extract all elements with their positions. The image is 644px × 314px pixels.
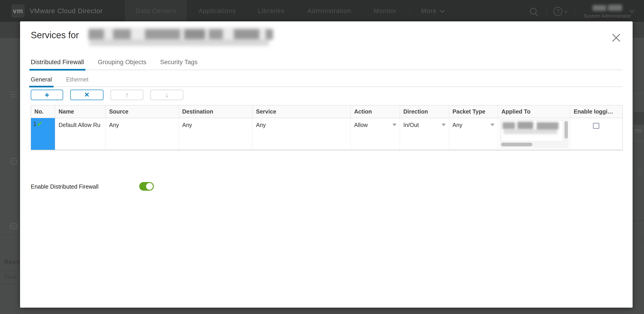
nav-item-administration[interactable]: Administration xyxy=(303,0,356,22)
enable-logging-checkbox[interactable] xyxy=(593,123,599,129)
username-redacted xyxy=(592,4,622,12)
chevron-down-icon xyxy=(638,168,642,172)
rule-number-cell[interactable]: 1✔ xyxy=(31,118,55,150)
move-rule-down-button[interactable]: ↓ xyxy=(150,90,183,100)
chevron-down-icon xyxy=(440,8,445,13)
background-subheader xyxy=(0,22,20,38)
task-column-label-fragment: Task xyxy=(4,274,18,280)
nav-divider xyxy=(409,5,410,16)
divider xyxy=(0,234,20,235)
packet-type-value: Any xyxy=(452,122,462,128)
top-nav: vm VMware Cloud Director Data Centers Ap… xyxy=(0,0,644,22)
divider xyxy=(632,220,644,221)
more-label: More xyxy=(421,7,437,14)
rule-number: 1 xyxy=(33,121,36,127)
enable-distributed-firewall-label: Enable Distributed Firewall xyxy=(31,183,98,190)
network-icon xyxy=(10,158,17,165)
vertical-scrollbar-thumb[interactable] xyxy=(564,121,568,139)
dropdown-caret-icon xyxy=(392,124,396,126)
background-button xyxy=(634,112,644,125)
subtab-ethernet[interactable]: Ethernet xyxy=(66,74,88,87)
delete-rule-button[interactable]: ✕ xyxy=(70,90,104,100)
table-row[interactable]: 1✔ Default Allow Ru Any Any Any Allow In… xyxy=(31,118,622,150)
move-rule-up-button[interactable]: ↑ xyxy=(110,90,143,100)
direction-value: In/Out xyxy=(403,122,419,128)
check-icon: ✔ xyxy=(37,120,42,128)
rule-name-cell[interactable]: Default Allow Ru xyxy=(55,118,106,150)
background-page-right: ns › xyxy=(632,22,644,314)
divider xyxy=(0,38,20,38)
column-header-applied-to: Applied To xyxy=(498,105,570,118)
dialog-title: Services for xyxy=(31,30,79,40)
chevron-down-icon xyxy=(564,10,568,13)
background-page-left: Rece Task xyxy=(0,22,20,314)
column-header-direction: Direction xyxy=(400,105,449,118)
nav-divider xyxy=(547,5,547,16)
rule-enable-logging-cell xyxy=(570,118,622,150)
nav-item-more[interactable]: More xyxy=(415,0,450,22)
dialog-tabs: Distributed Firewall Grouping Objects Se… xyxy=(31,55,622,70)
dropdown-caret-icon xyxy=(442,124,446,126)
close-icon[interactable] xyxy=(611,32,622,43)
nav-divider xyxy=(575,5,575,16)
rule-destination-cell[interactable]: Any xyxy=(179,118,253,150)
horizontal-scrollbar-thumb[interactable] xyxy=(501,143,532,146)
tab-distributed-firewall[interactable]: Distributed Firewall xyxy=(31,55,84,70)
divider xyxy=(0,271,20,271)
firewall-rules-table: No. Name Source Destination Service Acti… xyxy=(31,105,622,150)
toggle-knob xyxy=(146,183,153,190)
nav-item-libraries[interactable]: Libraries xyxy=(253,0,290,22)
app-title: VMware Cloud Director xyxy=(30,0,103,22)
applied-to-scrollpane[interactable] xyxy=(500,119,568,148)
enable-distributed-firewall-toggle[interactable] xyxy=(139,182,154,191)
recent-tasks-label-fragment: Rece xyxy=(4,259,20,266)
column-header-name: Name xyxy=(55,105,106,118)
chevron-icon: › xyxy=(636,220,638,226)
column-header-source: Source xyxy=(106,105,179,118)
nav-item-applications[interactable]: Applications xyxy=(196,0,239,22)
grid-icon xyxy=(10,91,17,97)
database-icon xyxy=(10,223,17,229)
column-header-packet-type: Packet Type xyxy=(449,105,498,118)
column-header-destination: Destination xyxy=(179,105,253,118)
rule-packet-type-select[interactable]: Any xyxy=(449,118,498,150)
column-header-enable-logging: Enable loggi… xyxy=(570,105,622,118)
vmware-logo: vm xyxy=(12,4,24,17)
help-icon: ? xyxy=(553,7,562,16)
applied-to-list xyxy=(501,120,563,141)
rule-applied-to-cell[interactable] xyxy=(498,118,570,150)
rule-source-cell[interactable]: Any xyxy=(106,118,179,150)
tab-security-tags[interactable]: Security Tags xyxy=(160,55,198,70)
table-header-row: No. Name Source Destination Service Acti… xyxy=(31,105,622,118)
dropdown-caret-icon xyxy=(490,124,494,126)
user-menu[interactable]: System Administrator xyxy=(584,0,631,22)
actions-button-fragment: ns xyxy=(635,127,642,134)
rule-action-select[interactable]: Allow xyxy=(351,118,400,150)
subtab-general[interactable]: General xyxy=(31,74,52,87)
divider xyxy=(0,284,20,284)
column-header-action: Action xyxy=(351,105,400,118)
add-rule-button[interactable]: + xyxy=(31,90,63,100)
rule-direction-select[interactable]: In/Out xyxy=(400,118,449,150)
background-subheader xyxy=(632,22,644,38)
firewall-subtabs: General Ethernet xyxy=(31,74,622,87)
nav-item-data-centers[interactable]: Data Centers xyxy=(125,0,187,22)
column-header-service: Service xyxy=(252,105,351,118)
nav-item-monitor[interactable]: Monitor xyxy=(369,0,401,22)
screen: vm VMware Cloud Director Data Centers Ap… xyxy=(0,0,644,314)
divider xyxy=(632,240,644,240)
help-menu[interactable]: ? xyxy=(553,7,567,16)
edge-gateway-name-redacted xyxy=(88,25,274,49)
applied-to-value-redacted xyxy=(502,121,560,135)
services-dialog: Services for Distributed Firewall Groupi… xyxy=(20,21,632,308)
rule-service-cell[interactable]: Any xyxy=(252,118,351,150)
column-header-no: No. xyxy=(31,105,55,118)
tab-grouping-objects[interactable]: Grouping Objects xyxy=(98,55,146,70)
action-value: Allow xyxy=(354,122,368,128)
search-icon[interactable] xyxy=(529,7,539,17)
user-role-label: System Administrator xyxy=(584,13,631,19)
